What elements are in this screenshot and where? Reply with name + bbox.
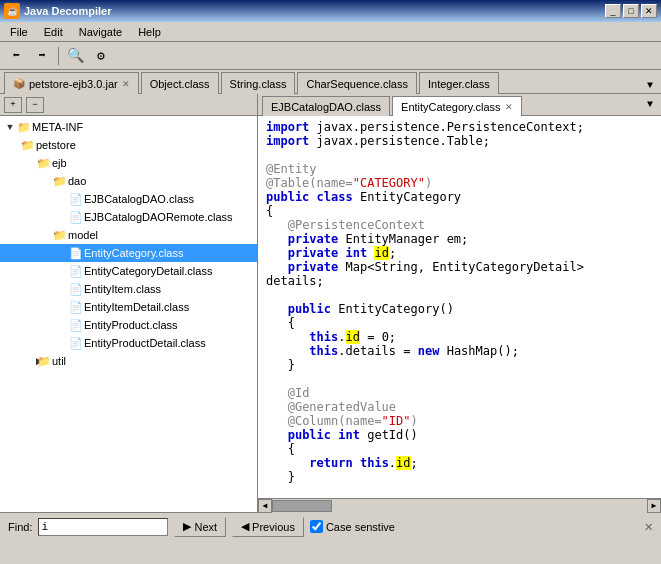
folder-icon: 📁: [36, 157, 52, 170]
tree-toggle-model[interactable]: ▼: [0, 230, 52, 240]
tab-jar-label: petstore-ejb3.0.jar: [29, 78, 118, 90]
tab-integer-label: Integer.class: [428, 78, 490, 90]
tree-collapse-all[interactable]: −: [26, 97, 44, 113]
outer-tabs: 📦 petstore-ejb3.0.jar ✕ Object.class Str…: [0, 70, 661, 94]
tree-item-model[interactable]: ▼ 📁 model: [0, 226, 257, 244]
find-case-sensitive-label: Case senstive: [326, 521, 395, 533]
tree-label-entitycategorydetail: EntityCategoryDetail.class: [84, 265, 253, 277]
menu-file[interactable]: File: [2, 24, 36, 40]
menu-navigate[interactable]: Navigate: [71, 24, 130, 40]
find-prev-icon: ◀: [241, 520, 249, 533]
find-label: Find:: [8, 521, 32, 533]
code-tab-ejbcatalogdao[interactable]: EJBCatalogDAO.class: [262, 96, 390, 116]
tree-label-ejbcatalogdao: EJBCatalogDAO.class: [84, 193, 253, 205]
app-icon: ☕: [4, 3, 20, 19]
minimize-button[interactable]: _: [605, 4, 621, 18]
tabs-arrow[interactable]: ▼: [643, 78, 657, 93]
tree-item-dao[interactable]: ▼ 📁 dao: [0, 172, 257, 190]
tree-header: + −: [0, 94, 257, 116]
tab-jar[interactable]: 📦 petstore-ejb3.0.jar ✕: [4, 72, 139, 94]
find-next-button[interactable]: ▶ Next: [174, 517, 226, 537]
find-case-sensitive[interactable]: Case senstive: [310, 520, 395, 533]
tree-label-entityproductdetail: EntityProductDetail.class: [84, 337, 253, 349]
class-icon: 📄: [68, 283, 84, 296]
find-prev-button[interactable]: ◀ Previous: [232, 517, 304, 537]
settings-button[interactable]: ⚙: [89, 45, 113, 67]
title-bar-text: ☕ Java Decompiler: [4, 3, 111, 19]
code-text: import javax.persistence.PersistenceCont…: [258, 116, 661, 488]
scroll-thumb[interactable]: [272, 500, 332, 512]
horizontal-scrollbar[interactable]: ◀ ▶: [258, 498, 661, 512]
tree-item-meta-inf[interactable]: ▼ 📁 META-INF: [0, 118, 257, 136]
code-tab-entitycategory-label: EntityCategory.class: [401, 101, 500, 113]
tree-toggle-dao[interactable]: ▼: [0, 176, 52, 186]
tab-charsequence[interactable]: CharSequence.class: [297, 72, 417, 94]
tree-item-entitycategorydetail[interactable]: 📄 EntityCategoryDetail.class: [0, 262, 257, 280]
tree-toggle-ejb[interactable]: ▼: [0, 158, 36, 168]
find-case-sensitive-checkbox[interactable]: [310, 520, 323, 533]
back-button[interactable]: ⬅: [4, 45, 28, 67]
find-prev-label: Previous: [252, 521, 295, 533]
tree-item-ejbcatalogdao[interactable]: 📄 EJBCatalogDAO.class: [0, 190, 257, 208]
find-close-button[interactable]: ✕: [645, 518, 653, 535]
close-button[interactable]: ✕: [641, 4, 657, 18]
search-button[interactable]: 🔍: [63, 45, 87, 67]
toolbar-separator: [58, 47, 59, 65]
app-title: Java Decompiler: [24, 5, 111, 17]
folder-icon: 📁: [52, 175, 68, 188]
code-tab-entitycategory-close[interactable]: ✕: [505, 102, 513, 112]
scroll-left-btn[interactable]: ◀: [258, 499, 272, 513]
tree-content: ▼ 📁 META-INF ▼ 📁 petstore ▼ 📁 ejb ▼ 📁 da…: [0, 116, 257, 512]
tree-item-entityproduct[interactable]: 📄 EntityProduct.class: [0, 316, 257, 334]
tree-item-entityitemdetail[interactable]: 📄 EntityItemDetail.class: [0, 298, 257, 316]
tree-item-ejb[interactable]: ▼ 📁 ejb: [0, 154, 257, 172]
tree-item-entitycategory[interactable]: 📄 EntityCategory.class: [0, 244, 257, 262]
tree-label-dao: dao: [68, 175, 253, 187]
code-tabs-arrow[interactable]: ▼: [643, 99, 657, 110]
code-content[interactable]: import javax.persistence.PersistenceCont…: [258, 116, 661, 498]
class-icon: 📄: [68, 319, 84, 332]
title-bar-controls: _ □ ✕: [605, 4, 657, 18]
tree-item-petstore[interactable]: ▼ 📁 petstore: [0, 136, 257, 154]
code-tabs: EJBCatalogDAO.class EntityCategory.class…: [258, 94, 661, 116]
tree-item-entityproductdetail[interactable]: 📄 EntityProductDetail.class: [0, 334, 257, 352]
code-panel: EJBCatalogDAO.class EntityCategory.class…: [258, 94, 661, 512]
tree-item-util[interactable]: ▶ 📁 util: [0, 352, 257, 370]
tree-toggle-meta-inf[interactable]: ▼: [0, 122, 16, 132]
tree-toggle-util[interactable]: ▶: [0, 356, 36, 366]
tree-label-entityitem: EntityItem.class: [84, 283, 253, 295]
tab-object[interactable]: Object.class: [141, 72, 219, 94]
scroll-track[interactable]: [272, 499, 647, 513]
tab-integer[interactable]: Integer.class: [419, 72, 499, 94]
find-next-icon: ▶: [183, 520, 191, 533]
tree-expand-all[interactable]: +: [4, 97, 22, 113]
tree-label-entityitemdetail: EntityItemDetail.class: [84, 301, 253, 313]
main-layout: + − ▼ 📁 META-INF ▼ 📁 petstore ▼ 📁 ejb: [0, 94, 661, 512]
forward-button[interactable]: ➡: [30, 45, 54, 67]
tree-label-ejb: ejb: [52, 157, 253, 169]
tree-toggle-petstore[interactable]: ▼: [0, 140, 20, 150]
code-tab-ejbcatalogdao-label: EJBCatalogDAO.class: [271, 101, 381, 113]
tab-jar-close[interactable]: ✕: [122, 79, 130, 89]
folder-icon: 📁: [16, 121, 32, 134]
class-icon: 📄: [68, 265, 84, 278]
tree-label-petstore: petstore: [36, 139, 253, 151]
scroll-right-btn[interactable]: ▶: [647, 499, 661, 513]
tab-charsequence-label: CharSequence.class: [306, 78, 408, 90]
tree-label-ejbcatalogdaoremote: EJBCatalogDAORemote.class: [84, 211, 253, 223]
tree-item-entityitem[interactable]: 📄 EntityItem.class: [0, 280, 257, 298]
class-icon: 📄: [68, 193, 84, 206]
folder-icon: 📁: [36, 355, 52, 368]
menu-help[interactable]: Help: [130, 24, 169, 40]
tree-label-meta-inf: META-INF: [32, 121, 253, 133]
tree-label-entityproduct: EntityProduct.class: [84, 319, 253, 331]
class-icon: 📄: [68, 337, 84, 350]
tree-item-ejbcatalogdaoremote[interactable]: 📄 EJBCatalogDAORemote.class: [0, 208, 257, 226]
find-input[interactable]: [38, 518, 168, 536]
tab-string[interactable]: String.class: [221, 72, 296, 94]
menu-edit[interactable]: Edit: [36, 24, 71, 40]
maximize-button[interactable]: □: [623, 4, 639, 18]
menu-bar: File Edit Navigate Help: [0, 22, 661, 42]
folder-icon: 📁: [20, 139, 36, 152]
code-tab-entitycategory[interactable]: EntityCategory.class ✕: [392, 96, 521, 116]
